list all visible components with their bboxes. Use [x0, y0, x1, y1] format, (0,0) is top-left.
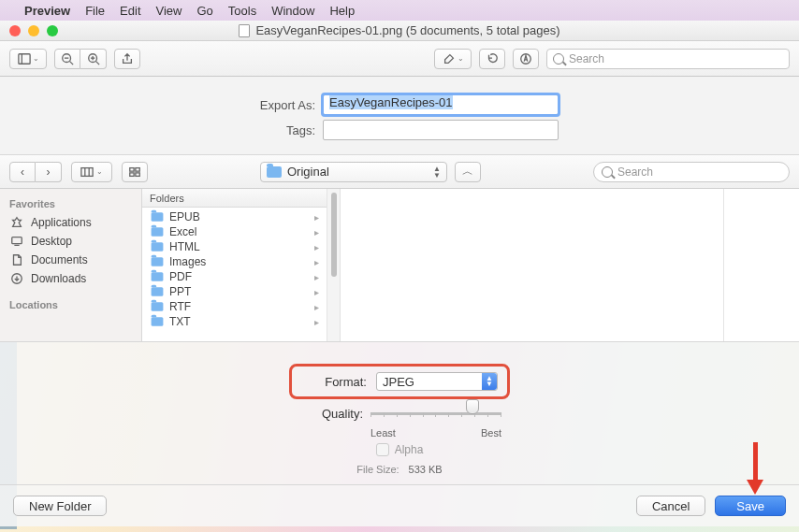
folder-icon	[152, 287, 164, 296]
sidebar-item-label: Downloads	[31, 272, 86, 285]
search-icon	[602, 166, 613, 178]
menu-view[interactable]: View	[156, 4, 182, 18]
sidebar-item-documents[interactable]: Documents	[0, 251, 141, 269]
column-item[interactable]: Images▸	[142, 254, 327, 269]
zoom-out-button[interactable]	[54, 49, 80, 69]
applications-icon	[9, 216, 24, 229]
markup-toggle-button[interactable]	[513, 49, 539, 69]
svg-line-6	[95, 61, 99, 65]
rotate-button[interactable]	[479, 49, 505, 69]
downloads-icon	[9, 272, 24, 285]
svg-rect-10	[81, 167, 93, 176]
svg-rect-15	[130, 172, 134, 176]
folder-icon	[152, 242, 164, 252]
back-button[interactable]: ‹	[9, 162, 36, 182]
format-highlight-annotation: Format: JPEG ▲▼	[289, 364, 510, 399]
column-item[interactable]: PPT▸	[142, 284, 327, 299]
chevron-right-icon: ›	[47, 165, 51, 179]
chevron-up-icon: ︿	[462, 164, 473, 180]
sidebar-icon	[18, 52, 31, 65]
system-menubar: Preview File Edit View Go Tools Window H…	[0, 0, 799, 21]
file-browser: Favorites Applications Desktop Documents…	[0, 189, 799, 341]
column-1: Folders EPUB▸Excel▸HTML▸Images▸PDF▸PPT▸R…	[142, 189, 327, 341]
chevron-right-icon: ▸	[314, 287, 319, 297]
chevron-right-icon: ▸	[314, 302, 319, 312]
chevron-right-icon: ▸	[314, 242, 319, 252]
view-mode-button[interactable]: ⌄	[71, 162, 112, 182]
column-item-label: HTML	[169, 240, 200, 253]
window-title: EasyVeganRecipes-01.png (5 documents, 5 …	[255, 23, 559, 37]
toolbar-search-field[interactable]: Search	[546, 49, 790, 69]
sidebar-item-applications[interactable]: Applications	[0, 213, 141, 232]
sidebar-item-label: Applications	[31, 216, 92, 229]
column-item[interactable]: Excel▸	[142, 224, 327, 239]
forward-button[interactable]: ›	[36, 162, 62, 182]
sidebar: Favorites Applications Desktop Documents…	[0, 189, 142, 341]
folder-icon	[267, 166, 282, 178]
export-as-label: Export As:	[240, 98, 315, 112]
sidebar-favorites-header: Favorites	[0, 194, 141, 213]
alpha-label: Alpha	[395, 443, 424, 456]
column-item[interactable]: RTF▸	[142, 299, 327, 314]
column-item[interactable]: EPUB▸	[142, 209, 327, 224]
quality-best-label: Best	[481, 427, 501, 439]
up-folder-button[interactable]: ︿	[455, 162, 481, 182]
svg-rect-16	[136, 172, 139, 176]
zoom-out-icon	[61, 52, 74, 65]
save-button[interactable]: Save	[715, 496, 786, 516]
share-button[interactable]	[114, 49, 140, 69]
column-item-label: Images	[169, 255, 206, 268]
menu-window[interactable]: Window	[271, 4, 314, 18]
browse-toolbar: ‹ › ⌄ Original ▲▼ ︿ Search	[0, 155, 799, 189]
markup-highlighter-button[interactable]: ⌄	[434, 49, 472, 69]
tags-label: Tags:	[240, 123, 315, 137]
svg-line-3	[70, 61, 74, 65]
zoom-in-button[interactable]	[80, 49, 107, 69]
browse-search-field[interactable]: Search	[593, 162, 790, 182]
alpha-checkbox[interactable]	[376, 443, 389, 456]
export-filename: EasyVeganRecipes-01	[329, 95, 453, 109]
menu-file[interactable]: File	[85, 4, 105, 18]
sidebar-toggle-button[interactable]: ⌄	[9, 49, 47, 69]
quality-slider[interactable]	[370, 404, 501, 423]
group-button[interactable]	[122, 162, 148, 182]
menu-help[interactable]: Help	[329, 4, 355, 18]
search-icon	[553, 53, 564, 65]
column-header[interactable]: Folders	[142, 189, 327, 208]
window-titlebar: EasyVeganRecipes-01.png (5 documents, 5 …	[0, 21, 799, 41]
annotation-arrow	[747, 442, 763, 498]
column-scrollbar[interactable]	[327, 189, 341, 341]
sidebar-item-label: Desktop	[31, 235, 72, 248]
format-value: JPEG	[383, 375, 414, 389]
app-menu[interactable]: Preview	[24, 4, 70, 18]
column-item[interactable]: TXT▸	[142, 314, 327, 329]
chevron-right-icon: ▸	[314, 212, 319, 223]
chevron-right-icon: ▸	[314, 317, 319, 327]
chevron-right-icon: ▸	[314, 227, 319, 237]
sidebar-item-downloads[interactable]: Downloads	[0, 269, 141, 288]
column-item[interactable]: PDF▸	[142, 269, 327, 284]
folder-icon	[152, 317, 164, 326]
column-item[interactable]: HTML▸	[142, 239, 327, 254]
column-3	[724, 189, 799, 341]
preview-toolbar: ⌄ ⌄ Search	[0, 41, 799, 77]
folder-icon	[152, 227, 164, 237]
new-folder-button[interactable]: New Folder	[13, 496, 107, 516]
format-popup[interactable]: JPEG ▲▼	[376, 372, 498, 391]
column-item-label: Excel	[169, 225, 196, 238]
documents-icon	[9, 253, 24, 266]
tags-field[interactable]	[323, 120, 559, 140]
menu-edit[interactable]: Edit	[120, 4, 140, 18]
menu-go[interactable]: Go	[196, 4, 212, 18]
slider-knob[interactable]	[466, 399, 479, 414]
column-item-label: TXT	[169, 315, 191, 328]
toolbar-search-placeholder: Search	[569, 52, 604, 65]
menu-tools[interactable]: Tools	[228, 4, 256, 18]
sidebar-item-desktop[interactable]: Desktop	[0, 232, 141, 251]
location-popup[interactable]: Original ▲▼	[260, 162, 447, 182]
document-icon	[239, 24, 250, 37]
dialog-footer: New Folder Cancel Save	[0, 485, 799, 526]
rotate-icon	[486, 52, 499, 65]
export-as-field[interactable]: EasyVeganRecipes-01	[323, 94, 559, 115]
cancel-button[interactable]: Cancel	[636, 496, 705, 516]
